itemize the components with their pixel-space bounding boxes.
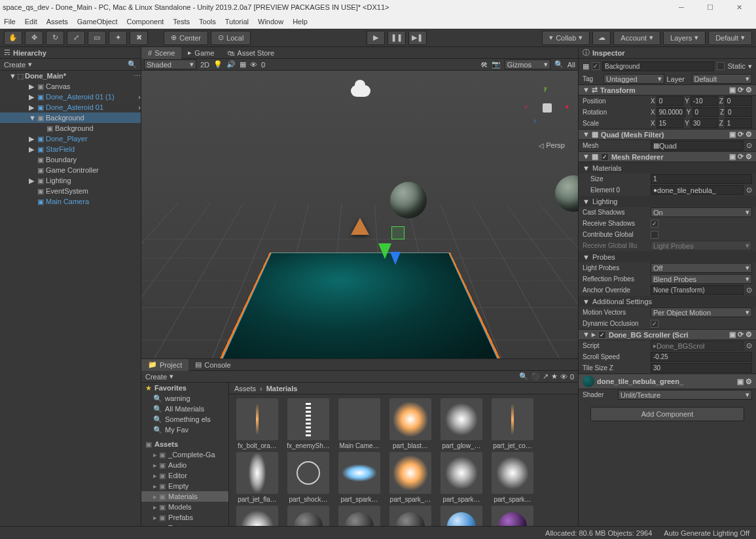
rot-x[interactable]: 90.0000 xyxy=(657,107,685,117)
mesh-renderer-header[interactable]: ▼ ▦ ✓ Mesh Renderer▣ ⟳ ⚙ xyxy=(579,151,756,162)
hierarchy-create[interactable]: Create xyxy=(4,61,26,69)
scl-y[interactable]: 30 xyxy=(691,118,718,128)
expand-icon[interactable]: ▼ xyxy=(9,72,16,80)
asset-item[interactable]: part_jet_co… xyxy=(488,398,537,449)
asset-item[interactable]: prop_astero… xyxy=(284,506,333,526)
hierarchy-item[interactable]: ▣Background xyxy=(0,123,141,133)
asset-item[interactable]: part_spark… xyxy=(335,452,384,503)
play-button[interactable]: ▶ xyxy=(367,31,385,45)
asset-item[interactable]: part_spark_… xyxy=(386,452,435,503)
hierarchy-search-icon[interactable]: 🔍 xyxy=(128,60,137,69)
hierarchy-item[interactable]: ▣Main Camera xyxy=(0,196,141,207)
fx-toggle[interactable]: ▦ xyxy=(240,60,246,69)
perspective-label[interactable]: ◁ Persp xyxy=(539,141,565,149)
mesh-field[interactable]: ▦ Quad xyxy=(651,141,744,150)
refl-probes[interactable]: Blend Probes▾ xyxy=(651,274,752,284)
scl-z[interactable]: 1 xyxy=(725,118,752,128)
static-checkbox[interactable] xyxy=(717,62,725,70)
step-button[interactable]: ▶❚ xyxy=(408,31,427,45)
hierarchy-tab[interactable]: ☴ Hierarchy xyxy=(0,47,141,59)
handle-toggle[interactable]: ⊙Local xyxy=(211,31,251,45)
2d-toggle[interactable]: 2D xyxy=(200,61,209,69)
tab-console[interactable]: ▤Console xyxy=(189,359,237,371)
menu-tutorial[interactable]: Tutorial xyxy=(225,18,249,26)
tile-size-z[interactable]: 30 xyxy=(651,363,752,373)
orientation-gizmo[interactable]: ◄ x y z xyxy=(524,85,570,131)
project-create[interactable]: Create xyxy=(145,373,167,381)
tab-scene[interactable]: #Scene xyxy=(141,47,181,59)
tab-game[interactable]: ▸Game xyxy=(181,47,221,59)
mat-size[interactable]: 1 xyxy=(651,174,752,184)
folder-item[interactable]: ▸ ▣Editor xyxy=(141,470,228,481)
hierarchy-item[interactable]: ▣Game Controller xyxy=(0,165,141,175)
folder-item[interactable]: ▸ ▣Empty xyxy=(141,481,228,491)
scl-x[interactable]: 15 xyxy=(657,118,684,128)
script-header[interactable]: ▼ ▸ ✓ Done_BG Scroller (Scri▣ ⟳ ⚙ xyxy=(579,329,756,340)
menu-tests[interactable]: Tests xyxy=(173,18,190,26)
hidden-toggle[interactable]: 👁 xyxy=(250,61,257,69)
pos-y[interactable]: -10 xyxy=(691,96,718,106)
layers-dropdown[interactable]: Layers▾ xyxy=(663,31,706,45)
active-checkbox[interactable]: ✓ xyxy=(592,62,600,70)
folder-item[interactable]: ▸ ▣_Complete-Ga xyxy=(141,449,228,460)
assets-header[interactable]: ▣Assets xyxy=(141,439,228,449)
tab-asset-store[interactable]: 🛍Asset Store xyxy=(221,47,281,59)
menu-gameobject[interactable]: GameObject xyxy=(77,18,118,26)
asset-item[interactable]: part_spark… xyxy=(437,452,486,503)
scroll-speed[interactable]: -0.25 xyxy=(651,352,752,362)
scene-row[interactable]: ▼ ⬚ Done_Main* ⋯ xyxy=(0,71,141,81)
breadcrumb-materials[interactable]: Materials xyxy=(266,385,298,392)
scene-viewport[interactable]: ◄ x y z ◁ Persp xyxy=(141,71,578,358)
rotate-tool[interactable]: ↻ xyxy=(46,31,64,45)
folder-item[interactable]: ▸ ▣Models xyxy=(141,502,228,512)
favorite-item[interactable]: 🔍Something els xyxy=(141,414,228,425)
folder-item[interactable]: ▸ ▣Prefabs xyxy=(141,512,228,523)
menu-assets[interactable]: Assets xyxy=(46,18,68,26)
status-lighting[interactable]: Auto Generate Lighting Off xyxy=(664,529,749,537)
hand-tool[interactable]: ✋ xyxy=(4,31,22,45)
gizmos-dropdown[interactable]: Gizmos▾ xyxy=(505,60,550,69)
scale-tool[interactable]: ⤢ xyxy=(67,31,85,45)
asset-item[interactable]: part_spark… xyxy=(488,452,537,503)
scene-search-icon[interactable]: 🔍 xyxy=(554,60,564,69)
maximize-button[interactable]: ☐ xyxy=(696,0,725,14)
hierarchy-item[interactable]: ▣Boundary xyxy=(0,154,141,165)
cloud-button[interactable]: ☁ xyxy=(592,31,611,45)
minimize-button[interactable]: ─ xyxy=(667,0,696,14)
dyn-occlusion[interactable]: ✓ xyxy=(651,320,658,328)
hierarchy-item[interactable]: ▶▣Done_Player xyxy=(0,133,141,144)
gizmo-y-arrow[interactable] xyxy=(378,243,391,259)
rot-y[interactable]: 0 xyxy=(693,107,719,117)
menu-file[interactable]: File xyxy=(4,18,16,26)
collab-dropdown[interactable]: ▾Collab▾ xyxy=(542,31,590,45)
hierarchy-item[interactable]: ▼▣Background xyxy=(0,113,141,123)
asset-item[interactable]: part_jet_fla… xyxy=(233,452,281,503)
asset-item[interactable]: Main Came… xyxy=(335,398,384,449)
shading-mode[interactable]: Shaded▾ xyxy=(144,60,196,69)
move-tool[interactable]: ✥ xyxy=(25,31,43,45)
contribute-gi[interactable] xyxy=(651,231,658,239)
asset-item[interactable]: part_star_… xyxy=(233,506,281,526)
asset-item[interactable]: fx_enemySh… xyxy=(284,398,333,449)
cast-shadows[interactable]: On▾ xyxy=(651,207,752,217)
pivot-toggle[interactable]: ⊕Center xyxy=(164,31,208,45)
asset-item[interactable]: fx_bolt_ora… xyxy=(233,398,281,449)
favorites-header[interactable]: ★Favorites xyxy=(141,383,228,393)
menu-component[interactable]: Component xyxy=(126,18,164,26)
light-probes[interactable]: Off▾ xyxy=(651,263,752,273)
pos-x[interactable]: 0 xyxy=(657,96,684,106)
inspector-tab[interactable]: ⓘInspector xyxy=(579,47,756,59)
shader-dropdown[interactable]: Unlit/Texture▾ xyxy=(618,390,752,400)
mat-elem0[interactable]: ● done_tile_nebula_ xyxy=(651,185,744,195)
layer-dropdown[interactable]: Default▾ xyxy=(692,74,753,84)
folder-item[interactable]: ▸ ▣Audio xyxy=(141,460,228,470)
hierarchy-item[interactable]: ▣EventSystem xyxy=(0,186,141,196)
custom-tool[interactable]: ✖ xyxy=(130,31,148,45)
object-name-field[interactable]: Background xyxy=(602,61,714,71)
favorite-item[interactable]: 🔍My Fav xyxy=(141,425,228,435)
gizmo-z-arrow[interactable] xyxy=(390,252,401,265)
rect-tool[interactable]: ▭ xyxy=(88,31,106,45)
pause-button[interactable]: ❚❚ xyxy=(387,31,406,45)
mesh-filter-header[interactable]: ▼ ▦ Quad (Mesh Filter)▣ ⟳ ⚙ xyxy=(579,129,756,140)
asset-item[interactable]: prop_astero… xyxy=(335,506,384,526)
